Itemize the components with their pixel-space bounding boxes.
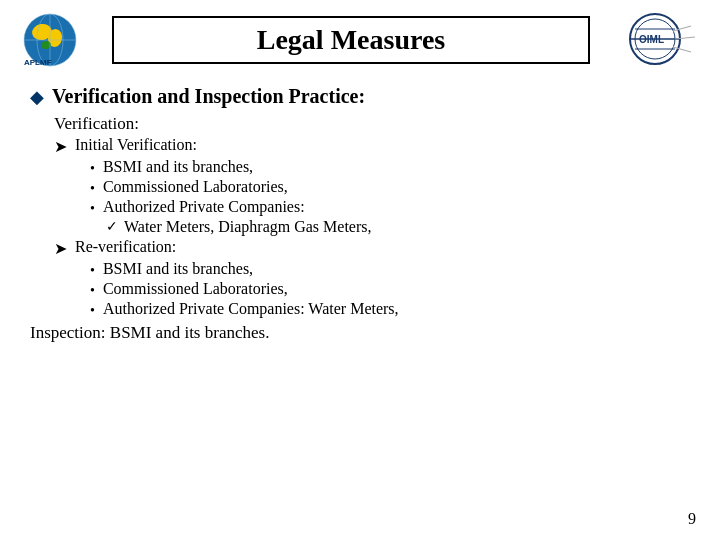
diamond-icon: ◆ <box>30 86 44 108</box>
svg-line-15 <box>675 37 695 39</box>
initial-verification-item: ➤ Initial Verification: <box>54 136 690 156</box>
bullet-icon-4: • <box>90 263 95 279</box>
initial-bullet-text-2: Commissioned Laboratories, <box>103 178 288 196</box>
reverification-bullet-text-1: BSMI and its branches, <box>103 260 253 278</box>
main-bullet-item: ◆ Verification and Inspection Practice: <box>30 85 690 108</box>
check-icon: ✓ <box>106 218 118 235</box>
bottom-line: Inspection: BSMI and its branches. <box>30 323 690 343</box>
header: APLMF Legal Measures OIML <box>0 0 720 75</box>
bullet-icon-2: • <box>90 181 95 197</box>
reverification-item: ➤ Re-verification: <box>54 238 690 258</box>
verification-label: Verification: <box>54 114 690 134</box>
reverification-bullet-2: • Commissioned Laboratories, <box>90 280 690 299</box>
bullet-icon-6: • <box>90 303 95 319</box>
slide-title: Legal Measures <box>257 24 445 55</box>
svg-text:OIML: OIML <box>639 34 664 45</box>
main-bullet-text: Verification and Inspection Practice: <box>52 85 365 108</box>
initial-bullet-text-1: BSMI and its branches, <box>103 158 253 176</box>
initial-bullet-1: • BSMI and its branches, <box>90 158 690 177</box>
oiml-logo: OIML <box>610 10 700 70</box>
bullet-icon-5: • <box>90 283 95 299</box>
check-text: Water Meters, Diaphragm Gas Meters, <box>124 218 372 236</box>
arrow-icon-2: ➤ <box>54 239 67 258</box>
reverification-text: Re-verification: <box>75 238 176 256</box>
reverification-bullet-3: • Authorized Private Companies: Water Me… <box>90 300 690 319</box>
reverification-bullet-text-2: Commissioned Laboratories, <box>103 280 288 298</box>
initial-bullet-3: • Authorized Private Companies: <box>90 198 690 217</box>
initial-verification-text: Initial Verification: <box>75 136 197 154</box>
bullet-icon-3: • <box>90 201 95 217</box>
verification-section: Verification: ➤ Initial Verification: • … <box>30 114 690 319</box>
reverification-bullet-1: • BSMI and its branches, <box>90 260 690 279</box>
initial-bullet-2: • Commissioned Laboratories, <box>90 178 690 197</box>
bullet-icon-1: • <box>90 161 95 177</box>
aplmf-logo: APLMF <box>20 10 92 70</box>
reverification-bullet-text-3: Authorized Private Companies: Water Mete… <box>103 300 399 318</box>
initial-bullet-text-3: Authorized Private Companies: <box>103 198 305 216</box>
page-number: 9 <box>688 510 696 528</box>
title-box: Legal Measures <box>112 16 590 64</box>
arrow-icon-1: ➤ <box>54 137 67 156</box>
content-area: ◆ Verification and Inspection Practice: … <box>0 75 720 353</box>
svg-text:APLMF: APLMF <box>24 58 52 67</box>
check-item-1: ✓ Water Meters, Diaphragm Gas Meters, <box>106 218 690 236</box>
